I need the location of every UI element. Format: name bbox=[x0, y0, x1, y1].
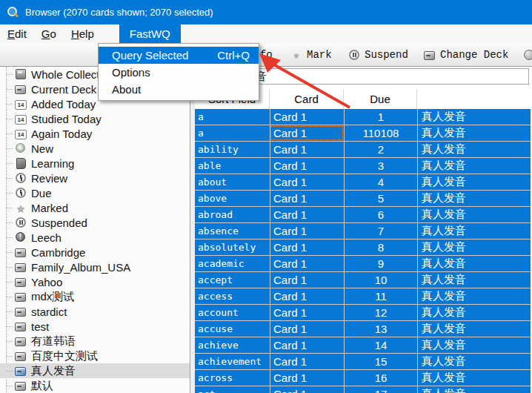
table-row[interactable]: achievementCard 115真人发音 bbox=[195, 354, 532, 370]
card-table: aCard 11真人发音aCard 1110108真人发音abilityCard… bbox=[195, 109, 532, 393]
toolbar-label: Mark bbox=[307, 49, 332, 61]
toolbar-mark-button[interactable]: Mark bbox=[290, 43, 332, 66]
browser-window: Browser (2070 cards shown; 2070 selected… bbox=[0, 0, 532, 393]
sidebar-item-suspended[interactable]: Suspended bbox=[0, 215, 190, 230]
table-row[interactable]: aboutCard 14真人发音 bbox=[195, 174, 532, 191]
menu-item-options[interactable]: Options bbox=[99, 64, 259, 81]
table-row[interactable]: absenceCard 17真人发音 bbox=[195, 223, 532, 240]
toolbar-extra-button[interactable] bbox=[523, 43, 532, 66]
sidebar-item-new[interactable]: New bbox=[0, 141, 190, 156]
cell-card: Card 1 bbox=[270, 125, 344, 141]
table-row[interactable]: abroadCard 16真人发音 bbox=[195, 207, 532, 223]
cell-sort-field: accuse bbox=[195, 321, 270, 337]
table-row[interactable]: abilityCard 12真人发音 bbox=[195, 142, 532, 158]
cell-due: 6 bbox=[344, 207, 417, 222]
table-row[interactable]: academicCard 19真人发音 bbox=[195, 256, 532, 272]
deck-icon bbox=[15, 83, 27, 95]
deck-icon bbox=[15, 276, 27, 288]
cell-card: Card 1 bbox=[270, 337, 344, 353]
cell-card: Card 1 bbox=[270, 256, 344, 271]
sidebar-item-learning[interactable]: Learning bbox=[0, 156, 190, 171]
cell-deck: 真人发音 bbox=[417, 223, 532, 239]
cell-sort-field: absolutely bbox=[195, 240, 270, 255]
cell-deck: 真人发音 bbox=[417, 337, 532, 353]
cell-card: Card 1 bbox=[270, 223, 344, 239]
sidebar-item-leech[interactable]: Leech bbox=[0, 230, 190, 245]
sidebar-item-label: Review bbox=[31, 172, 67, 185]
sidebar-item-label: 有道韩语 bbox=[31, 334, 76, 349]
table-row[interactable]: aCard 11真人发音 bbox=[195, 109, 532, 125]
cell-card: Card 1 bbox=[270, 354, 344, 369]
sidebar-item-label: test bbox=[31, 320, 49, 333]
sidebar-item-marked[interactable]: Marked bbox=[0, 200, 190, 215]
cell-due: 15 bbox=[344, 354, 417, 369]
cell-sort-field: above bbox=[195, 191, 270, 206]
table-row[interactable]: acrossCard 116真人发音 bbox=[195, 370, 532, 386]
cell-sort-field: absence bbox=[195, 223, 270, 239]
calendar-icon bbox=[15, 115, 27, 125]
sidebar-item--[interactable]: 真人发音 bbox=[0, 363, 190, 378]
cell-sort-field: academic bbox=[195, 256, 270, 271]
table-row[interactable]: accountCard 112真人发音 bbox=[195, 305, 532, 321]
menu-go[interactable]: Go bbox=[34, 24, 64, 43]
sidebar-item--[interactable]: 有道韩语 bbox=[0, 334, 190, 349]
column-header-card[interactable]: Card bbox=[270, 89, 344, 109]
collection-icon bbox=[15, 68, 27, 80]
cell-card: Card 1 bbox=[270, 191, 344, 206]
sidebar-item-family-album-usa[interactable]: Family_Album_USA bbox=[0, 260, 190, 274]
sidebar-item--[interactable]: 百度中文测试 bbox=[0, 349, 190, 363]
cell-due: 9 bbox=[344, 256, 417, 271]
sidebar-item-due[interactable]: Due bbox=[0, 185, 190, 200]
sidebar-item-cambridge[interactable]: Cambridge bbox=[0, 245, 190, 260]
table-row[interactable]: actCard 117真人发音 bbox=[195, 386, 532, 393]
sidebar-item-yahoo[interactable]: Yahoo bbox=[0, 274, 190, 289]
table-row[interactable]: achieveCard 114真人发音 bbox=[195, 337, 532, 354]
title-bar: Browser (2070 cards shown; 2070 selected… bbox=[0, 0, 532, 24]
column-header-deck[interactable] bbox=[417, 89, 532, 109]
table-row[interactable]: acceptCard 110真人发音 bbox=[195, 272, 532, 288]
table-row[interactable]: absolutelyCard 18真人发音 bbox=[195, 240, 532, 256]
menu-item-about[interactable]: About bbox=[99, 81, 259, 98]
table-row[interactable]: aboveCard 15真人发音 bbox=[195, 191, 532, 207]
cell-due: 110108 bbox=[344, 125, 417, 141]
sidebar-item-studied-today[interactable]: Studied Today bbox=[0, 111, 190, 126]
menu-fastwq[interactable]: FastWQ bbox=[119, 24, 181, 43]
cell-due: 11 bbox=[344, 288, 417, 304]
column-header-due[interactable]: Due bbox=[344, 89, 417, 109]
sidebar-item-label: Again Today bbox=[31, 128, 92, 140]
toolbar-change-deck-button[interactable]: Change Deck bbox=[424, 43, 508, 66]
cell-card: Card 1 bbox=[270, 109, 344, 125]
sidebar-item-again-today[interactable]: Again Today bbox=[0, 126, 190, 141]
toolbar: InfoMarkSuspendChange Deck bbox=[0, 43, 532, 67]
cell-deck: 真人发音 bbox=[417, 256, 532, 271]
table-row[interactable]: aCard 1110108真人发音 bbox=[195, 125, 532, 142]
cell-sort-field: achievement bbox=[195, 354, 270, 369]
sidebar-item-review[interactable]: Review bbox=[0, 171, 190, 185]
sidebar-item-label: Leech bbox=[31, 231, 61, 244]
deck-icon bbox=[15, 246, 27, 258]
cell-deck: 真人发音 bbox=[417, 354, 532, 369]
cell-due: 12 bbox=[344, 305, 417, 320]
table-row[interactable]: ableCard 13真人发音 bbox=[195, 158, 532, 174]
cell-card: Card 1 bbox=[270, 321, 344, 337]
card-browser-main: Sort FieldCardDue aCard 11真人发音aCard 1110… bbox=[195, 67, 532, 393]
cell-sort-field: achieve bbox=[195, 337, 270, 353]
calendar-icon bbox=[15, 100, 27, 110]
cell-due: 13 bbox=[344, 321, 417, 337]
deck-icon bbox=[15, 380, 27, 392]
menu-edit[interactable]: Edit bbox=[0, 24, 34, 43]
sidebar-item-test[interactable]: test bbox=[0, 319, 190, 334]
sidebar-item-label: New bbox=[31, 142, 53, 155]
menu-item-query-selected[interactable]: Query SelectedCtrl+Q bbox=[99, 47, 259, 64]
menu-help[interactable]: Help bbox=[64, 24, 102, 43]
sidebar-splitter[interactable] bbox=[190, 67, 195, 393]
table-row[interactable]: accessCard 111真人发音 bbox=[195, 288, 532, 305]
cell-deck: 真人发音 bbox=[417, 125, 532, 141]
deck-icon bbox=[15, 291, 27, 303]
sidebar-item-mdx-[interactable]: mdx测试 bbox=[0, 289, 190, 304]
cell-sort-field: abroad bbox=[195, 207, 270, 222]
table-row[interactable]: accuseCard 113真人发音 bbox=[195, 321, 532, 337]
toolbar-suspend-button[interactable]: Suspend bbox=[348, 43, 408, 66]
sidebar-item-stardict[interactable]: stardict bbox=[0, 304, 190, 319]
sidebar-item--[interactable]: 默认 bbox=[0, 378, 190, 393]
